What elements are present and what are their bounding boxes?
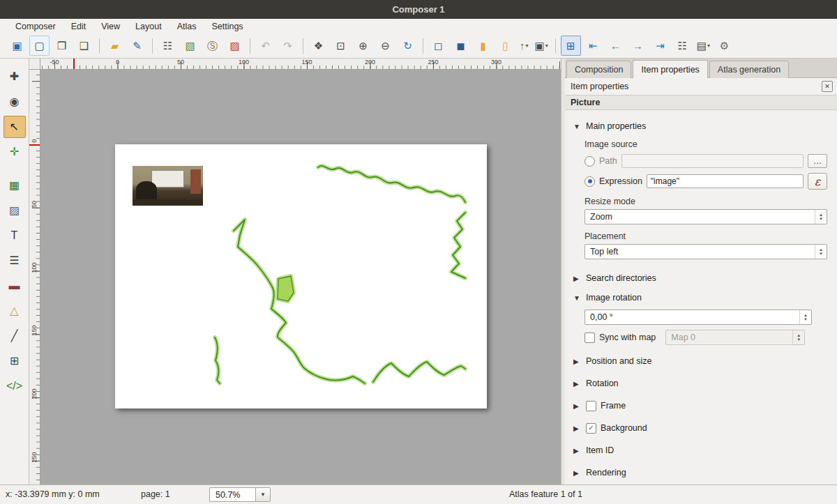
- move-item-content-tool-button[interactable]: ✛: [3, 141, 26, 163]
- unlock-all-items-button[interactable]: ▯: [495, 36, 515, 56]
- zoom-full-button[interactable]: ❖: [308, 36, 329, 56]
- save-as-template-button[interactable]: ✎: [127, 36, 147, 56]
- rotation-angle-input[interactable]: 0,00 ° ▲ ▼: [585, 310, 812, 325]
- export-atlas-button[interactable]: ▤▾: [695, 36, 712, 56]
- frame-checkbox[interactable]: [586, 401, 596, 411]
- menu-item-view[interactable]: View: [94, 20, 127, 33]
- section-position-and-size[interactable]: ▶ Position and size: [573, 355, 827, 367]
- export-as-svg-button[interactable]: Ⓢ: [202, 36, 223, 56]
- path-radio-label[interactable]: Path: [599, 156, 617, 166]
- print-atlas-button[interactable]: ☷: [672, 36, 693, 56]
- menu-item-layout[interactable]: Layout: [128, 20, 169, 33]
- atlas-preview-button[interactable]: ⊞: [561, 36, 581, 56]
- export-as-image-button[interactable]: ▧: [180, 36, 200, 56]
- atlas-settings-button[interactable]: ⚙: [714, 36, 734, 56]
- redo-button: ↷: [278, 36, 298, 56]
- expression-input[interactable]: [647, 174, 804, 188]
- align-items-dropdown-icon[interactable]: ▾: [545, 43, 548, 49]
- menu-item-edit[interactable]: Edit: [64, 20, 93, 33]
- raise-selected-items-dropdown-icon[interactable]: ▾: [526, 43, 529, 49]
- select-items-button[interactable]: ◻: [428, 36, 448, 56]
- collapse-collapsed-icon: ▶: [573, 447, 582, 455]
- section-item-id[interactable]: ▶ Item ID: [573, 444, 827, 457]
- add-legend-tool-button[interactable]: ☰: [3, 250, 26, 272]
- lock-selected-items-button[interactable]: ▮: [473, 36, 493, 56]
- zoom-dropdown-button[interactable]: ▼: [255, 487, 271, 502]
- pan-tool-button[interactable]: ✚: [3, 66, 26, 88]
- expression-builder-button[interactable]: ε: [808, 173, 827, 190]
- add-new-map-tool-button[interactable]: ▦: [3, 174, 26, 197]
- section-frame[interactable]: ▶ Frame: [573, 399, 827, 412]
- expression-radio[interactable]: [585, 176, 595, 187]
- export-atlas-dropdown-icon[interactable]: ▾: [707, 43, 710, 49]
- add-attribute-table-tool-button[interactable]: ⊞: [3, 350, 26, 372]
- new-composition-button[interactable]: ▢: [29, 36, 50, 56]
- main-toolbar: ▣▢❐❑▰✎☷▧Ⓢ▨↶↷❖⊡⊕⊖↻◻◼▮▯↑▾▣▾⊞⇤←→⇥☷▤▾⚙: [0, 33, 837, 59]
- tab-atlas-generation[interactable]: Atlas generation: [709, 61, 789, 78]
- expression-radio-label[interactable]: Expression: [599, 176, 642, 186]
- section-rendering[interactable]: ▶ Rendering: [573, 466, 827, 479]
- picture-item[interactable]: [133, 166, 203, 206]
- menu-item-settings[interactable]: Settings: [204, 20, 250, 33]
- combo-arrows-icon[interactable]: ▲ ▼: [815, 245, 827, 259]
- add-arrow-tool-icon: ╱: [11, 330, 18, 342]
- epsilon-icon: ε: [815, 175, 820, 188]
- radio-dot: [588, 179, 592, 183]
- zoom-in-button[interactable]: ⊕: [353, 36, 373, 56]
- spinner-arrows-icon[interactable]: ▲ ▼: [799, 310, 811, 324]
- combo-arrows-icon[interactable]: ▲ ▼: [815, 210, 827, 224]
- path-input[interactable]: [621, 154, 804, 168]
- toolbar-separator: [250, 38, 250, 54]
- atlas-next-feature-button[interactable]: →: [628, 36, 648, 56]
- atlas-first-feature-button[interactable]: ⇤: [583, 36, 603, 56]
- tab-item-properties[interactable]: Item properties: [633, 60, 707, 78]
- add-label-tool-button[interactable]: T: [3, 224, 26, 247]
- deselect-items-button[interactable]: ◼: [451, 36, 471, 56]
- add-shape-tool-button[interactable]: △: [3, 300, 26, 322]
- menu-item-atlas[interactable]: Atlas: [170, 20, 204, 33]
- panel-close-button[interactable]: ✕: [822, 81, 833, 92]
- zoom-tool-button[interactable]: ◉: [3, 91, 26, 113]
- print-button[interactable]: ☷: [158, 36, 178, 56]
- sync-with-map-label[interactable]: Sync with map: [599, 333, 656, 342]
- browse-button[interactable]: …: [808, 154, 827, 168]
- zoom-actual-size-button[interactable]: ⊡: [331, 36, 351, 56]
- composer-page[interactable]: [115, 144, 487, 408]
- section-image-rotation[interactable]: ▼ Image rotation: [573, 291, 827, 304]
- add-image-tool-button[interactable]: ▨: [3, 199, 26, 222]
- zoom-out-button[interactable]: ⊖: [375, 36, 395, 56]
- section-background[interactable]: ▶ ✓ Background: [573, 422, 827, 434]
- map-select[interactable]: Map 0 ▲ ▼: [665, 330, 805, 345]
- add-arrow-tool-button[interactable]: ╱: [3, 325, 26, 347]
- path-radio[interactable]: [585, 156, 595, 167]
- add-html-frame-tool-button[interactable]: </>: [3, 375, 26, 397]
- add-scalebar-tool-button[interactable]: ▬: [3, 275, 26, 297]
- background-checkbox[interactable]: ✓: [586, 423, 596, 434]
- resize-mode-select[interactable]: Zoom ▲ ▼: [585, 209, 827, 224]
- export-as-pdf-button[interactable]: ▨: [225, 36, 245, 56]
- align-items-button[interactable]: ▣▾: [533, 36, 550, 56]
- section-main-properties[interactable]: ▼ Main properties: [573, 120, 827, 132]
- composition-canvas[interactable]: [40, 70, 561, 484]
- load-from-template-button[interactable]: ▰: [105, 36, 125, 56]
- manage-composers-button[interactable]: ❑: [74, 36, 94, 56]
- sync-with-map-row: Sync with map Map 0 ▲ ▼: [585, 330, 827, 345]
- atlas-previous-feature-button[interactable]: ←: [605, 36, 626, 56]
- atlas-last-feature-button[interactable]: ⇥: [650, 36, 670, 56]
- refresh-view-button[interactable]: ↻: [398, 36, 418, 56]
- ruler-label: 200: [31, 387, 38, 401]
- zoom-in-icon: ⊕: [359, 40, 368, 51]
- duplicate-composition-button[interactable]: ❐: [52, 36, 72, 56]
- sync-with-map-checkbox[interactable]: [585, 333, 595, 343]
- section-rotation[interactable]: ▶ Rotation: [573, 377, 827, 390]
- section-search-directories[interactable]: ▶ Search directories: [573, 272, 827, 284]
- tab-composition[interactable]: Composition: [566, 61, 631, 78]
- save-composition-button[interactable]: ▣: [7, 36, 27, 56]
- window-title: Composer 1: [392, 4, 444, 15]
- menu-item-composer[interactable]: Composer: [8, 20, 63, 33]
- select-move-item-tool-button[interactable]: ↖: [3, 116, 26, 138]
- placement-select[interactable]: Top left ▲ ▼: [585, 244, 827, 259]
- zoom-level-select[interactable]: 50.7% ▼: [209, 487, 271, 502]
- raise-selected-items-button[interactable]: ↑▾: [518, 36, 531, 56]
- toolbar-separator: [303, 38, 303, 54]
